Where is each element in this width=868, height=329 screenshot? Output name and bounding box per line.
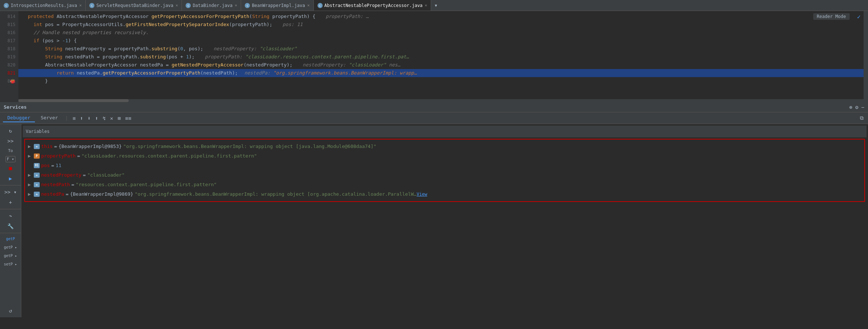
debugger-tab[interactable]: Debugger (3, 114, 35, 122)
expand-icon-pos: ▶ (28, 162, 34, 169)
line-num-818: 818 (0, 45, 18, 53)
debug-toolbar: Debugger Server | ≡ ⬆ ⬇ ⬆ ↯ ✕ ⊞ ≡≡ ⧉ (0, 112, 868, 124)
var-value-propertypath: "classLoader.resources.context.parent.pi… (82, 152, 257, 160)
layout-icon[interactable]: ⧉ (858, 114, 865, 122)
tab-label: AbstractNestablePropertyAccessor.java (324, 3, 423, 8)
tab-data-binder[interactable]: c DataBinder.java ✕ (182, 0, 241, 11)
expand-icon-this[interactable]: ▶ (28, 143, 34, 150)
tab-bean-wrapper-impl[interactable]: c BeanWrapperImpl.java ✕ (241, 0, 313, 11)
add-btn[interactable]: + (7, 198, 14, 207)
tab-abstract-nestable-property-accessor[interactable]: c AbstractNestablePropertyAccessor.java … (314, 0, 431, 11)
step-into-icon[interactable]: ⬇ (86, 115, 92, 122)
code-line-818: String nestedProperty = propertyPath.sub… (18, 45, 864, 53)
services-title: Services (4, 104, 27, 110)
line-num-817: 817 (0, 37, 18, 45)
refresh-icon[interactable]: ↻ (7, 126, 14, 135)
horizontal-scrollbar[interactable] (18, 99, 864, 102)
debug-getp-icon: getP (4, 235, 17, 242)
tab-close[interactable]: ✕ (79, 3, 82, 8)
param-icon-propertypath: P (34, 153, 40, 159)
var-ref-nestedpa: {BeanWrapperImpl@9869} (70, 191, 133, 198)
variable-row-pos[interactable]: ▶ 01 pos = 11 (27, 161, 862, 170)
add-icon[interactable]: >> ▾ (2, 188, 19, 196)
scrollbar-thumb (18, 99, 129, 102)
filter-f-icon[interactable]: F ▾ (6, 156, 16, 162)
code-line-816: // Handle nested properties recursively. (18, 29, 864, 37)
tab-close[interactable]: ✕ (307, 3, 310, 8)
tab-close[interactable]: ✕ (176, 3, 178, 8)
step-arrow-icon[interactable]: ↷ (7, 212, 14, 220)
java-icon: c (245, 3, 250, 8)
debug-getp2-icon: getP ▸ (1, 244, 19, 251)
settings-icon[interactable]: ⚙ (855, 104, 858, 110)
line-num-816: 816 (0, 29, 18, 37)
step-over-icon[interactable]: ⬆ (79, 115, 85, 122)
tab-label: DataBinder.java (193, 3, 232, 8)
line-num-821[interactable]: 821 🍅 (0, 69, 18, 77)
variable-row-nestedpa[interactable]: ▶ = nestedPa = {BeanWrapperImpl@9869} "o… (27, 189, 862, 199)
services-header-icons: ⊕ ⚙ − (849, 104, 864, 110)
bottom-content: ↻ >> To F ▾ ■ ▶ >> ▾ + ↷ 🔧 getP getP ▸ g… (0, 124, 868, 317)
rerun-icon[interactable]: ≡ (71, 115, 77, 122)
wrench-icon[interactable]: 🔧 (5, 222, 16, 231)
minimize-icon[interactable]: − (861, 104, 864, 110)
stop-red-icon[interactable]: ■ (7, 164, 14, 173)
java-icon: c (318, 3, 323, 8)
variable-row-this[interactable]: ▶ = this = {BeanWrapperImpl@9853} "org.s… (27, 142, 862, 151)
variables-container: Variables ▶ = this = {BeanWrapperImpl@98… (21, 124, 868, 317)
vertical-scrollbar[interactable] (864, 11, 868, 102)
step-icon2[interactable]: ↯ (101, 115, 107, 122)
stop-icon[interactable]: ✕ (109, 115, 115, 122)
variable-row-nestedpath[interactable]: ▶ = nestedPath = "resources.context.pare… (27, 180, 862, 189)
list-filter-icon: To (6, 147, 15, 155)
int-icon-pos: 01 (34, 163, 40, 168)
tab-introspection-results[interactable]: c IntrospectionResults.java ✕ (0, 0, 86, 11)
expand-icon-nestedproperty[interactable]: ▶ (28, 171, 34, 179)
expand-icon-nestedpa[interactable]: ▶ (28, 191, 34, 198)
code-line-821: return nestedPa.getPropertyAccessorForPr… (18, 69, 864, 77)
var-name-this: this (41, 143, 53, 150)
code-line-822: } (18, 77, 864, 85)
expand-icon-propertypath[interactable]: ▶ (28, 152, 34, 160)
variables-panel: ▶ = this = {BeanWrapperImpl@9853} "org.s… (24, 139, 865, 202)
code-line-819: String nestedPath = propertyPath.substri… (18, 53, 864, 61)
undo-icon[interactable]: ↺ (7, 306, 14, 315)
tab-label: IntrospectionResults.java (11, 3, 77, 8)
line-num-819: 819 (0, 53, 18, 61)
reader-mode-button[interactable]: Reader Mode (813, 13, 850, 20)
tab-label: BeanWrapperImpl.java (252, 3, 305, 8)
tab-overflow[interactable]: ▾ (431, 2, 441, 9)
expand-icon-nestedpath[interactable]: ▶ (28, 181, 34, 188)
run-green-icon[interactable]: ▶ (7, 174, 14, 183)
tab-close[interactable]: ✕ (235, 3, 237, 8)
variable-row-propertypath[interactable]: ▶ P propertyPath = "classLoader.resource… (27, 151, 862, 161)
step-out-icon[interactable]: ⬆ (94, 115, 100, 122)
variables-toolbar: Variables (23, 126, 867, 137)
field-icon-nestedpa: = (34, 192, 40, 197)
table-icon[interactable]: ⊞ (116, 115, 122, 122)
var-name-propertypath: propertyPath (41, 152, 76, 160)
line-numbers: 814 815 816 817 818 819 820 821 🍅 822 (0, 11, 18, 102)
code-line-820: AbstractNestablePropertyAccessor nestedP… (18, 61, 864, 69)
code-content: protected AbstractNestablePropertyAccess… (18, 11, 864, 102)
var-value-nestedproperty: "classLoader" (87, 171, 125, 179)
var-name-nestedpath: nestedPath (41, 181, 70, 188)
line-num-820: 820 (0, 61, 18, 69)
field-icon-nestedpath: = (34, 182, 40, 187)
debug-getp3-icon: getP ▸ (1, 252, 19, 259)
line-num-815: 815 (0, 21, 18, 29)
code-line-817: if (pos > -1) { (18, 37, 864, 45)
tab-servlet-request-data-binder[interactable]: c ServletRequestDataBinder.java ✕ (86, 0, 182, 11)
server-tab[interactable]: Server (36, 114, 62, 122)
code-line-814: protected AbstractNestablePropertyAccess… (18, 12, 864, 21)
var-value-this: "org.springframework.beans.BeanWrapperIm… (123, 143, 376, 150)
globe-icon[interactable]: ⊕ (849, 104, 852, 110)
expand-icon[interactable]: >> (5, 137, 16, 145)
tab-close[interactable]: ✕ (425, 3, 427, 8)
list-icon[interactable]: ≡≡ (123, 115, 133, 122)
variables-label: Variables (26, 129, 50, 134)
java-icon: c (186, 3, 191, 8)
view-link-nestedpa[interactable]: View (417, 191, 427, 198)
variable-row-nestedproperty[interactable]: ▶ = nestedProperty = "classLoader" (27, 170, 862, 180)
checkmark-icon: ✓ (857, 13, 861, 20)
